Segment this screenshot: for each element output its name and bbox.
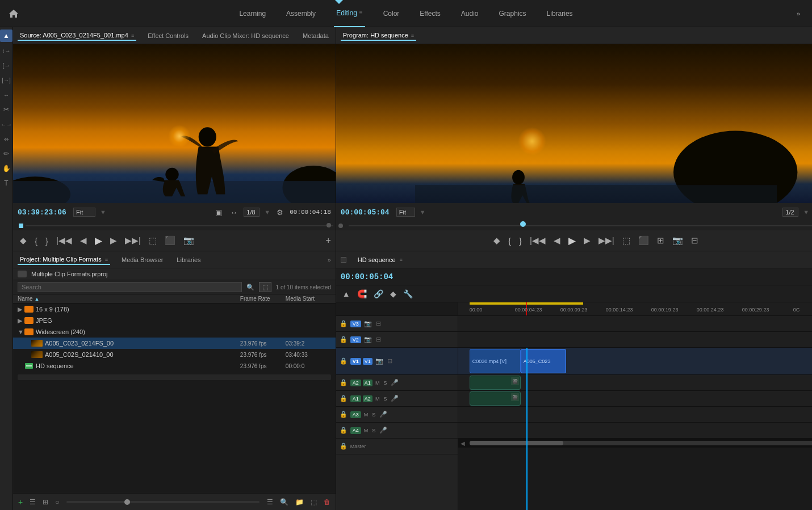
program-step-fwd-btn[interactable]: ▶: [581, 234, 593, 247]
source-timeline-scrubber[interactable]: [26, 225, 333, 226]
program-insert-btn[interactable]: ⬚: [620, 234, 633, 247]
list-view-btn[interactable]: ☰: [28, 497, 37, 507]
track-mute-a2[interactable]: M: [374, 380, 381, 386]
program-timeline-scrubber[interactable]: [349, 225, 812, 226]
track-lock-a2[interactable]: 🔒: [338, 378, 349, 387]
program-zoom-select[interactable]: Fit 25% 50%: [396, 208, 415, 217]
source-mark-in-btn[interactable]: ◆: [18, 234, 29, 247]
track-mute-a1[interactable]: M: [374, 395, 381, 402]
type-tool[interactable]: T: [0, 177, 12, 189]
new-item-btn[interactable]: ⬚: [309, 497, 319, 507]
source-next-edit-btn[interactable]: }: [43, 235, 51, 247]
timeline-scroll-left-btn[interactable]: ◀: [461, 440, 467, 446]
program-camera-btn[interactable]: 📷: [670, 234, 685, 247]
nav-color[interactable]: Color: [381, 0, 402, 27]
track-mute-a3[interactable]: M: [363, 411, 370, 418]
source-export-frame-btn[interactable]: ▣: [214, 207, 224, 218]
sort-btn[interactable]: ☰: [265, 497, 275, 507]
list-item[interactable]: ▼ Widescreen (240): [13, 326, 336, 338]
hand-tool[interactable]: ✋: [0, 162, 12, 175]
icon-view-btn[interactable]: ⊞: [41, 497, 50, 507]
source-add-btn[interactable]: +: [326, 235, 331, 246]
program-go-to-out-btn[interactable]: ▶▶|: [596, 234, 617, 247]
tl-snap-btn[interactable]: 🧲: [355, 288, 369, 300]
track-a2-name[interactable]: A2: [350, 380, 361, 386]
nav-audio[interactable]: Audio: [459, 0, 481, 27]
track-mic-a1[interactable]: 🎤: [390, 394, 400, 403]
track-lock-v3[interactable]: 🔒: [338, 319, 349, 328]
track-eye-v2[interactable]: 📷: [363, 335, 373, 344]
track-solo-a1[interactable]: S: [382, 395, 388, 402]
automate-btn[interactable]: 🔍: [278, 497, 290, 507]
track-v1-name[interactable]: V1: [350, 358, 361, 365]
track-select-tool[interactable]: ↕→: [0, 44, 12, 57]
track-target-v1[interactable]: V1: [363, 358, 372, 365]
timeline-scrollbar-thumb[interactable]: [470, 441, 563, 445]
source-go-to-out-btn[interactable]: ▶▶|: [123, 234, 143, 247]
track-mic-a3[interactable]: 🎤: [378, 410, 388, 419]
pen-tool[interactable]: ✏: [0, 147, 12, 160]
list-item[interactable]: HD sequence 23.976 fps 00:00:0: [13, 360, 336, 372]
home-button[interactable]: [0, 0, 27, 27]
track-sync-v1[interactable]: ⊟: [386, 357, 394, 365]
track-content-v1[interactable]: C0030.mp4 [V] A005_C023: [458, 348, 812, 375]
nav-effects[interactable]: Effects: [417, 0, 442, 27]
track-a3-name[interactable]: A3: [350, 411, 361, 418]
program-quality-select[interactable]: 1/2 1/4 Full: [782, 208, 798, 217]
nav-graphics[interactable]: Graphics: [497, 0, 529, 27]
source-playback-bar[interactable]: [13, 221, 336, 230]
find-btn[interactable]: 📁: [294, 497, 305, 507]
tl-wrench-btn[interactable]: 🔧: [401, 288, 415, 300]
source-camera-btn[interactable]: 📷: [181, 234, 196, 247]
project-search-input[interactable]: [18, 282, 242, 292]
track-v3-name[interactable]: V3: [350, 321, 361, 327]
ripple-edit-tool[interactable]: [→: [0, 59, 12, 71]
nav-assembly[interactable]: Assembly: [284, 0, 318, 27]
more-workspaces-button[interactable]: »: [785, 10, 812, 17]
new-bin-btn[interactable]: +: [16, 496, 24, 508]
source-play-btn[interactable]: ▶: [93, 234, 104, 248]
folder-expand-icon[interactable]: ▶: [18, 306, 24, 313]
panel-expand-btn[interactable]: »: [328, 256, 331, 263]
source-settings-btn[interactable]: ⚙: [275, 207, 285, 218]
track-mic-a4[interactable]: 🎤: [378, 426, 388, 435]
source-insert-btn[interactable]: ↔: [228, 207, 239, 218]
folder-expand-icon[interactable]: ▼: [18, 328, 24, 335]
project-list-view-toggle[interactable]: ⬚: [259, 282, 271, 292]
program-play-btn[interactable]: ▶: [566, 234, 578, 248]
track-v2-name[interactable]: V2: [350, 336, 361, 343]
track-target-a1[interactable]: A2: [363, 395, 372, 402]
source-step-back-btn[interactable]: ◀: [78, 234, 89, 247]
timeline-panel-close[interactable]: [341, 257, 346, 263]
icon-size-slider[interactable]: [66, 501, 259, 503]
track-lock-master[interactable]: 🔒: [338, 442, 349, 450]
source-insert-edit-btn[interactable]: ⬚: [147, 234, 159, 247]
tl-selection-tool[interactable]: ▲: [341, 288, 352, 300]
track-mic-a2[interactable]: 🎤: [390, 378, 400, 387]
source-go-to-in-btn[interactable]: |◀◀: [54, 234, 74, 247]
clip-a1-audio[interactable]: 🎬: [470, 391, 521, 406]
timeline-horizontal-scrollbar[interactable]: [470, 441, 812, 445]
list-item[interactable]: ▶ JPEG: [13, 315, 336, 326]
source-quality-select[interactable]: 1/8 1/4 1/2 Full: [244, 208, 259, 217]
tl-marker-btn[interactable]: ◆: [388, 288, 398, 300]
clip-c0030[interactable]: C0030.mp4 [V]: [470, 349, 521, 373]
timeline-ruler[interactable]: 00:00 00:00:04:23 00:00:09:23 00:00:14:2…: [458, 302, 812, 316]
track-eye-v1[interactable]: 📷: [374, 357, 384, 365]
source-step-fwd-btn[interactable]: ▶: [108, 234, 119, 247]
track-a1-name[interactable]: A1: [350, 395, 361, 402]
project-search-btn[interactable]: 🔍: [246, 284, 254, 291]
track-solo-a2[interactable]: S: [382, 380, 388, 386]
list-item[interactable]: A005_C02S_021410_00 23.976 fps 03:40:33: [13, 349, 336, 360]
nav-learning[interactable]: Learning: [237, 0, 268, 27]
nav-editing[interactable]: Editing ≡: [334, 0, 365, 27]
track-lock-v1[interactable]: 🔒: [338, 357, 349, 365]
timeline-tracks-area[interactable]: 00:00 00:00:04:23 00:00:09:23 00:00:14:2…: [458, 302, 812, 510]
tl-linked-selection-btn[interactable]: 🔗: [372, 288, 385, 300]
source-monitor-tab[interactable]: Source: A005_C023_0214F5_001.mp4 ≡: [18, 31, 136, 41]
track-solo-a4[interactable]: S: [371, 427, 376, 434]
program-go-to-in-btn[interactable]: |◀◀: [528, 234, 548, 247]
slide-tool[interactable]: ⇔: [0, 133, 12, 145]
program-timecode[interactable]: 00:00:05:04: [341, 208, 392, 217]
track-lock-v2[interactable]: 🔒: [338, 335, 349, 344]
